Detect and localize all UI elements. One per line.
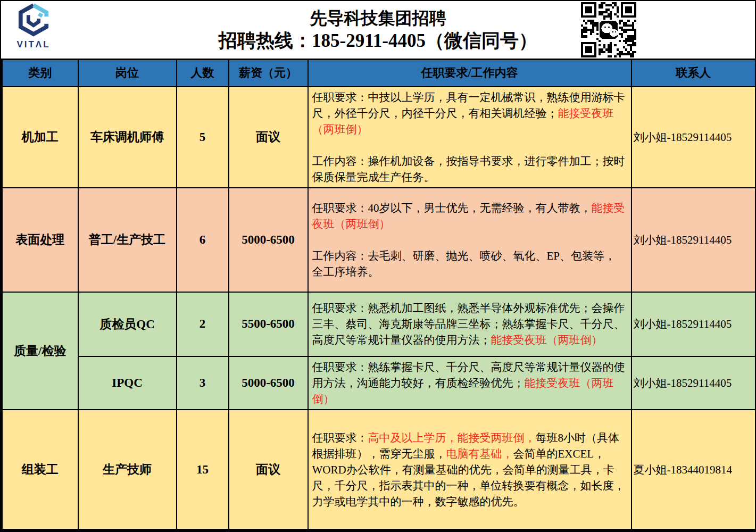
requirements-cell: 任职要求：40岁以下，男士优先，无需经验，有人带教，能接受夜班（两班倒）工作内容… [308, 188, 632, 292]
requirement-paragraph: 任职要求：中技以上学历，具有一定机械常识，熟练使用游标卡尺，外径千分尺，内径千分… [312, 89, 627, 137]
headcount-cell: 6 [177, 188, 229, 292]
job-row: 表面处理普工/生产技工65000-6500任职要求：40岁以下，男士优先，无需经… [2, 188, 756, 292]
recruitment-poster: VITΛL 先导科技集团招聘 招聘热线：185-2911-4405（微信同号） … [0, 0, 756, 532]
contact-cell: 刘小姐-18529114405 [632, 356, 756, 410]
headcount-cell: 15 [177, 410, 229, 530]
headcount-cell: 3 [177, 356, 229, 410]
requirements-cell: 任职要求：熟悉机加工图纸，熟悉半导体外观标准优先；会操作三丰、蔡司、海克斯康等品… [308, 292, 632, 356]
requirement-paragraph: 任职要求：熟悉机加工图纸，熟悉半导体外观标准优先；会操作三丰、蔡司、海克斯康等品… [312, 300, 627, 348]
contact-cell: 刘小姐-18529114405 [632, 292, 756, 356]
job-table-body: 机加工车床调机师傅5面议任职要求：中技以上学历，具有一定机械常识，熟练使用游标卡… [2, 87, 756, 530]
position-cell: 质检员QC [78, 292, 177, 356]
header-cell-contact: 联系人 [632, 60, 756, 87]
salary-cell: 5000-6500 [229, 356, 308, 410]
requirement-paragraph: 工作内容：去毛刺、研磨、抛光、喷砂、氧化、EP、包装等，全工序培养。 [312, 248, 627, 280]
requirements-cell: 任职要求：中技以上学历，具有一定机械常识，熟练使用游标卡尺，外径千分尺，内径千分… [308, 87, 632, 188]
salary-cell: 5500-6500 [229, 292, 308, 356]
header-cell-headcount: 人数 [177, 60, 229, 87]
requirement-paragraph: 工作内容：操作机加设备，按指导书要求，进行零件加工；按时保质保量完成生产任务。 [312, 153, 627, 185]
requirements-cell: 任职要求：熟练掌握卡尺、千分尺、高度尺等常规计量仪器的使用方法，沟通能力较好，有… [308, 356, 632, 410]
contact-cell: 刘小姐-18529114405 [632, 188, 756, 292]
page-title: 先导科技集团招聘 [1, 1, 755, 28]
job-table: 类别 岗位 人数 薪资（元） 任职要求/工作内容 联系人 机加工车床调机师傅5面… [1, 59, 756, 531]
position-cell: 车床调机师傅 [78, 87, 177, 188]
salary-cell: 面议 [229, 87, 308, 188]
category-cell: 质量/检验 [2, 292, 78, 410]
job-row: 质量/检验质检员QC25500-6500任职要求：熟悉机加工图纸，熟悉半导体外观… [2, 292, 756, 356]
salary-cell: 面议 [229, 410, 308, 530]
wechat-qr-code-icon [581, 2, 636, 57]
header-cell-salary: 薪资（元） [229, 60, 308, 87]
contact-cell: 刘小姐-18529114405 [632, 87, 756, 188]
header-cell-position: 岗位 [78, 60, 177, 87]
job-row: 组装工生产技师15面议任职要求：高中及以上学历，能接受两班倒，每班8小时（具体根… [2, 410, 756, 530]
requirements-cell: 任职要求：高中及以上学历，能接受两班倒，每班8小时（具体根据排班），需穿无尘服，… [308, 410, 632, 530]
header-row: 类别 岗位 人数 薪资（元） 任职要求/工作内容 联系人 [2, 60, 756, 87]
position-cell: 生产技师 [78, 410, 177, 530]
requirement-paragraph: 任职要求：高中及以上学历，能接受两班倒，每班8小时（具体根据排班），需穿无尘服，… [312, 430, 627, 510]
salary-cell: 5000-6500 [229, 188, 308, 292]
job-row: 机加工车床调机师傅5面议任职要求：中技以上学历，具有一定机械常识，熟练使用游标卡… [2, 87, 756, 188]
headcount-cell: 2 [177, 292, 229, 356]
banner: VITΛL 先导科技集团招聘 招聘热线：185-2911-4405（微信同号） [1, 1, 755, 59]
requirement-paragraph: 任职要求：熟练掌握卡尺、千分尺、高度尺等常规计量仪器的使用方法，沟通能力较好，有… [312, 359, 627, 407]
headcount-cell: 5 [177, 87, 229, 188]
category-cell: 组装工 [2, 410, 78, 530]
job-row: IPQC35000-6500任职要求：熟练掌握卡尺、千分尺、高度尺等常规计量仪器… [2, 356, 756, 410]
banner-titles: 先导科技集团招聘 招聘热线：185-2911-4405（微信同号） [1, 1, 755, 52]
position-cell: 普工/生产技工 [78, 188, 177, 292]
header-cell-requirements: 任职要求/工作内容 [308, 60, 632, 87]
category-cell: 机加工 [2, 87, 78, 188]
category-cell: 表面处理 [2, 188, 78, 292]
requirement-paragraph: 任职要求：40岁以下，男士优先，无需经验，有人带教，能接受夜班（两班倒） [312, 200, 627, 232]
hotline-line: 招聘热线：185-2911-4405（微信同号） [1, 30, 755, 52]
contact-cell: 夏小姐-18344019814 [632, 410, 756, 530]
header-cell-category: 类别 [2, 60, 78, 87]
position-cell: IPQC [78, 356, 177, 410]
